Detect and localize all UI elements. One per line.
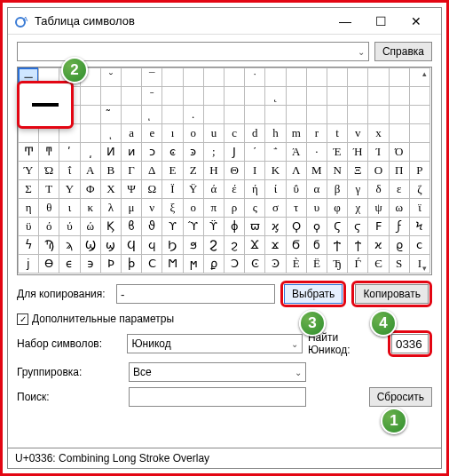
grid-cell[interactable]: Ί <box>367 142 389 162</box>
grid-cell[interactable]: Ϡ <box>38 235 59 255</box>
grid-cell[interactable]: θ <box>38 198 59 218</box>
grid-cell[interactable] <box>306 86 327 106</box>
grid-cell[interactable]: Ϫ <box>244 235 265 255</box>
grid-cell[interactable]: π <box>203 198 224 218</box>
grid-cell[interactable]: ϵ <box>59 254 80 274</box>
grid-cell[interactable] <box>183 86 204 106</box>
grid-cell[interactable]: ϐ <box>121 217 142 236</box>
grid-cell[interactable]: χ <box>347 198 368 218</box>
grid-cell[interactable]: Ϸ <box>100 254 122 274</box>
grid-cell[interactable]: ϑ <box>141 217 162 236</box>
grid-cell[interactable]: β <box>327 179 348 199</box>
grid-cell[interactable] <box>161 67 183 87</box>
grid-cell[interactable] <box>80 86 101 106</box>
grid-cell[interactable]: Ϧ <box>161 235 183 255</box>
grid-cell[interactable]: Ϣ <box>80 235 101 255</box>
search-input[interactable] <box>129 387 306 407</box>
grid-cell[interactable]: ʹ <box>59 142 80 162</box>
grid-cell[interactable] <box>389 123 410 143</box>
grid-cell[interactable]: ϭ <box>306 235 327 255</box>
grid-cell[interactable]: Ϥ <box>121 235 142 255</box>
grid-cell[interactable]: ν <box>141 198 162 218</box>
grid-cell[interactable]: Ύ <box>18 161 39 180</box>
grid-cell[interactable]: ϣ <box>100 235 122 255</box>
grid-cell[interactable]: ύ <box>59 217 80 236</box>
grid-cell[interactable] <box>389 86 410 106</box>
grid-cell[interactable]: Κ <box>264 161 286 180</box>
grid-cell[interactable] <box>224 105 245 124</box>
grid-cell[interactable]: ϓ <box>183 217 204 236</box>
grid-cell[interactable]: ¯ <box>141 67 162 87</box>
grid-cell[interactable]: e <box>141 123 162 143</box>
grid-cell[interactable]: v <box>347 123 368 143</box>
grid-cell[interactable]: ϗ <box>264 217 286 236</box>
grid-cell[interactable]: Є <box>367 254 389 274</box>
grid-cell[interactable]: ρ <box>224 198 245 218</box>
grid-cell[interactable]: Ϳ <box>224 142 245 162</box>
advanced-checkbox[interactable]: ✓ Дополнительные параметры <box>17 313 174 325</box>
maximize-button[interactable]: ☐ <box>363 9 398 34</box>
grid-cell[interactable]: Ѓ <box>347 254 368 274</box>
grid-cell[interactable]: u <box>203 123 224 143</box>
grid-cell[interactable]: . <box>183 105 204 124</box>
grid-cell[interactable] <box>327 86 348 106</box>
grid-cell[interactable]: o <box>183 123 204 143</box>
grid-cell[interactable]: ϋ <box>18 217 39 236</box>
grid-cell[interactable]: Ό <box>389 142 410 162</box>
reset-button[interactable]: Сбросить <box>369 387 432 407</box>
grid-cell[interactable]: ϳ <box>18 254 39 274</box>
grid-cell[interactable] <box>286 105 307 124</box>
grid-cell[interactable]: Ͷ <box>100 142 122 162</box>
grid-cell[interactable] <box>367 67 389 87</box>
grid-cell[interactable] <box>203 105 224 124</box>
grid-cell[interactable]: ͂ <box>100 105 122 124</box>
grid-cell[interactable]: Ͼ <box>244 254 265 274</box>
grid-cell[interactable]: Ή <box>347 142 368 162</box>
grid-cell[interactable]: Ϯ <box>327 235 348 255</box>
grid-cell[interactable]: Χ <box>100 179 122 199</box>
grid-cell[interactable]: Ψ <box>121 179 142 199</box>
grid-cell[interactable]: Έ <box>327 142 348 162</box>
grid-cell[interactable]: Ω <box>141 179 162 199</box>
grid-cell[interactable] <box>347 67 368 87</box>
grid-cell[interactable]: ϔ <box>203 217 224 236</box>
grid-cell[interactable]: λ <box>100 198 122 218</box>
grid-cell[interactable] <box>121 105 142 124</box>
grid-cell[interactable] <box>244 105 265 124</box>
grid-cell[interactable]: ϶ <box>80 254 101 274</box>
grid-cell[interactable]: h <box>264 123 286 143</box>
grid-cell[interactable]: ͻ <box>141 142 162 162</box>
grid-cell[interactable]: Φ <box>80 179 101 199</box>
unicode-input[interactable] <box>391 334 429 353</box>
grid-cell[interactable]: ˘ <box>100 67 122 87</box>
grid-cell[interactable]: Υ <box>59 179 80 199</box>
grid-cell[interactable] <box>327 67 348 87</box>
grid-cell[interactable]: ϴ <box>38 254 59 274</box>
grid-cell[interactable]: κ <box>80 198 101 218</box>
grid-cell[interactable] <box>389 67 410 87</box>
grouping-dropdown[interactable]: Все⌄ <box>129 362 306 382</box>
grid-cell[interactable]: ; <box>203 142 224 162</box>
grid-cell[interactable]: Ϭ <box>286 235 307 255</box>
grid-cell[interactable]: ϡ <box>59 235 80 255</box>
grid-cell[interactable]: ΄ <box>244 142 265 162</box>
grid-cell[interactable]: ή <box>244 179 265 199</box>
grid-cell[interactable]: Ͳ <box>18 142 39 162</box>
grid-cell[interactable]: ϻ <box>183 254 204 274</box>
grid-cell[interactable]: Ι <box>244 161 265 180</box>
grid-cell[interactable]: υ <box>306 198 327 218</box>
character-grid[interactable]: ─˘¯˙ˉ˛͂ͅ.ͺaeıoucdhmrtvxͲͳʹ͵Ͷͷͻͼͽ;Ϳ΄΅Ά·ΈΉ… <box>17 67 432 275</box>
grid-cell[interactable] <box>264 67 286 87</box>
grid-cell[interactable]: ε <box>389 179 410 199</box>
grid-cell[interactable]: ϸ <box>121 254 142 274</box>
grid-cell[interactable]: ı <box>161 123 183 143</box>
grid-cell[interactable]: ͷ <box>121 142 142 162</box>
grid-cell[interactable]: ͵ <box>80 142 101 162</box>
grid-cell[interactable]: ͼ <box>161 142 183 162</box>
grid-cell[interactable]: Μ <box>306 161 327 180</box>
grid-cell[interactable] <box>306 67 327 87</box>
grid-cell[interactable]: ς <box>244 198 265 218</box>
grid-cell[interactable] <box>203 67 224 87</box>
grid-cell[interactable]: Ͽ <box>264 254 286 274</box>
grid-cell[interactable]: Ώ <box>38 161 59 180</box>
